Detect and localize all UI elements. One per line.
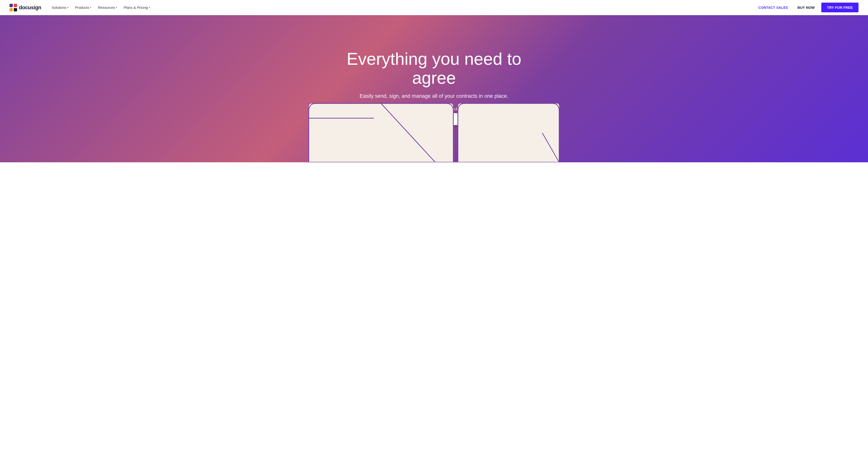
chevron-down-icon: ▾: [67, 6, 68, 9]
nav-products-label: Products: [75, 5, 89, 9]
nav-item-solutions[interactable]: Solutions ▾: [49, 4, 71, 11]
navbar-right: CONTACT SALES BUY NOW TRY FOR FREE: [755, 3, 859, 12]
card-right-svg: [458, 104, 559, 162]
nav-item-plans-pricing[interactable]: Plans & Pricing ▾: [121, 4, 153, 11]
hero-title: Everything you need to agree: [327, 50, 541, 87]
buy-now-button[interactable]: BUY NOW: [795, 4, 817, 11]
nav-solutions-label: Solutions: [52, 5, 66, 9]
logo-text: docusign: [19, 4, 41, 11]
navbar: docusign Solutions ▾ Products ▾ Resource…: [0, 0, 868, 15]
svg-rect-3: [14, 8, 17, 11]
chevron-down-icon: ▾: [149, 6, 150, 9]
svg-rect-0: [9, 4, 13, 7]
card-left-svg: [309, 104, 453, 162]
hero-subtitle: Easily send, sign, and manage all of you…: [360, 93, 508, 99]
logo[interactable]: docusign: [9, 4, 41, 11]
docusign-logo-icon: [9, 4, 17, 11]
svg-rect-2: [9, 8, 13, 11]
chevron-down-icon: ▾: [116, 6, 117, 9]
nav-links: Solutions ▾ Products ▾ Resources ▾ Plans…: [49, 4, 153, 11]
svg-rect-1: [14, 4, 17, 7]
contact-sales-button[interactable]: CONTACT SALES: [755, 4, 791, 11]
try-for-free-button[interactable]: TRY FOR FREE: [821, 3, 859, 12]
nav-plans-label: Plans & Pricing: [124, 5, 148, 9]
nav-item-resources[interactable]: Resources ▾: [95, 4, 120, 11]
navbar-left: docusign Solutions ▾ Products ▾ Resource…: [9, 4, 153, 11]
hero-section: Everything you need to agree Easily send…: [0, 15, 868, 162]
hero-illustration: [304, 103, 564, 162]
nav-resources-label: Resources: [98, 5, 115, 9]
nav-item-products[interactable]: Products ▾: [72, 4, 94, 11]
illustration-card-left: [308, 103, 454, 162]
chevron-down-icon: ▾: [90, 6, 91, 9]
illustration-card-right: [458, 103, 560, 162]
illustration-container: [304, 103, 564, 162]
